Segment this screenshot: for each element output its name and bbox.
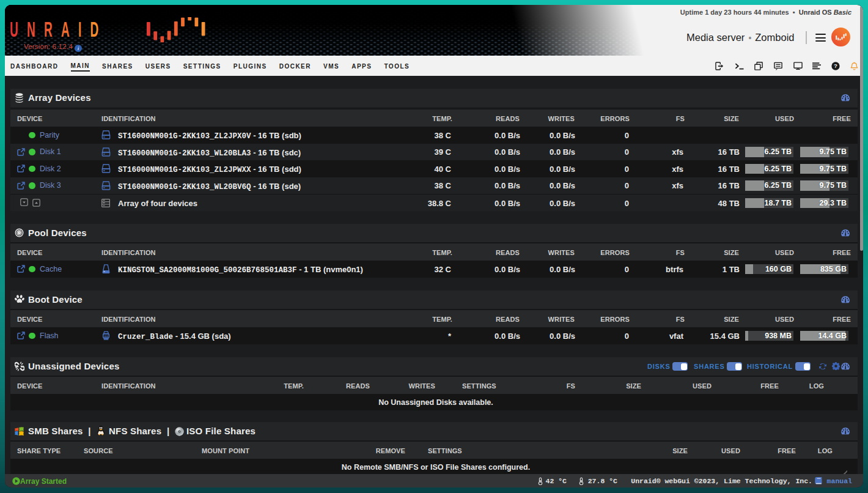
svg-text:?: ? bbox=[834, 62, 837, 69]
svg-text:UNRAID: UNRAID bbox=[10, 21, 98, 41]
